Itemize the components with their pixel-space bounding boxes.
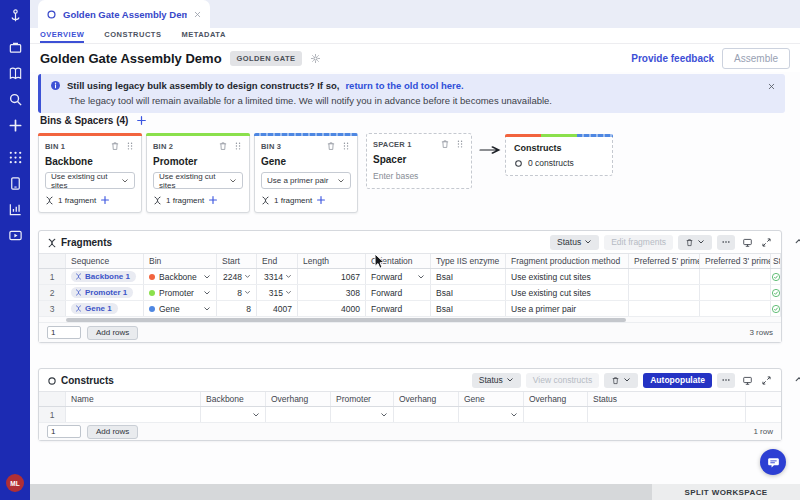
collapse-constructs-icon[interactable] <box>794 374 800 384</box>
preferred-5-primer-cell[interactable] <box>629 301 700 316</box>
column-header[interactable]: Promoter <box>331 392 394 406</box>
tab-golden-gate-assembly[interactable]: Golden Gate Assembly Demo <box>38 0 210 28</box>
overhang-cell[interactable] <box>524 407 588 422</box>
tab-metadata[interactable]: METADATA <box>181 28 225 43</box>
enzyme-cell[interactable]: BsaI <box>431 269 506 284</box>
add-rows-count-input[interactable] <box>47 326 81 339</box>
tutorials-video-icon[interactable] <box>8 228 23 243</box>
add-rows-count-input[interactable] <box>47 425 81 438</box>
more-options-button[interactable] <box>717 373 735 388</box>
column-header[interactable]: Overhang <box>524 392 588 406</box>
trash-icon[interactable] <box>326 141 336 151</box>
end-cell[interactable]: 4007 <box>257 301 298 316</box>
view-constructs-button[interactable]: View constructs <box>526 373 599 388</box>
trash-icon[interactable] <box>218 141 228 151</box>
assemble-button[interactable]: Assemble <box>722 48 790 69</box>
end-cell[interactable]: 315 <box>257 285 298 300</box>
bin-cell[interactable]: Gene <box>144 301 217 316</box>
add-rows-button[interactable]: Add rows <box>87 326 138 340</box>
column-header[interactable]: Overhang <box>266 392 331 406</box>
enzyme-cell[interactable]: BsaI <box>431 301 506 316</box>
orientation-cell[interactable]: Forward <box>366 285 431 300</box>
preferred-5-primer-cell[interactable] <box>629 269 700 284</box>
drag-handle-icon[interactable] <box>341 141 351 151</box>
drag-handle-icon[interactable] <box>233 141 243 151</box>
preferred-3-primer-cell[interactable] <box>700 285 771 300</box>
start-cell[interactable]: 2248 <box>217 269 257 284</box>
column-header[interactable]: Preferred 5' primer <box>629 254 700 268</box>
column-header[interactable]: Type IIS enzyme <box>431 254 506 268</box>
production-method-select[interactable]: Use existing cut sites <box>45 172 135 189</box>
fragment-row[interactable]: 3 Gene 1 Gene 8 4007 4000 Forward BsaI U… <box>39 301 781 317</box>
column-header[interactable]: Status <box>771 254 781 268</box>
insights-chart-icon[interactable] <box>8 202 23 217</box>
overhang-cell[interactable] <box>394 407 459 422</box>
search-icon[interactable] <box>8 92 23 107</box>
autopopulate-button[interactable]: Autopopulate <box>643 373 712 388</box>
preferred-3-primer-cell[interactable] <box>700 269 771 284</box>
column-header[interactable]: Preferred 3' primer <box>700 254 771 268</box>
start-cell[interactable]: 8 <box>217 301 257 316</box>
orientation-cell[interactable]: Forward <box>366 301 431 316</box>
tab-overview[interactable]: OVERVIEW <box>40 28 84 43</box>
promoter-cell[interactable] <box>331 407 394 422</box>
apps-grid-icon[interactable] <box>8 150 23 165</box>
provide-feedback-link[interactable]: Provide feedback <box>631 53 714 64</box>
column-header[interactable]: Gene <box>459 392 524 406</box>
drag-handle-icon[interactable] <box>455 139 465 149</box>
projects-briefcase-icon[interactable] <box>8 40 23 55</box>
delete-rows-button[interactable] <box>604 373 638 388</box>
column-header[interactable]: Start <box>217 254 257 268</box>
scrollbar-thumb[interactable] <box>66 318 626 322</box>
sequence-chip[interactable]: Gene 1 <box>71 303 118 314</box>
bin-cell[interactable]: Backbone <box>144 269 217 284</box>
edit-fragments-button[interactable]: Edit fragments <box>604 235 673 250</box>
column-header[interactable]: Backbone <box>201 392 266 406</box>
open-in-workspace-button[interactable] <box>740 235 754 249</box>
start-cell[interactable]: 8 <box>217 285 257 300</box>
benchling-logo-icon[interactable] <box>8 8 23 23</box>
sequence-chip[interactable]: Promoter 1 <box>71 287 133 298</box>
expand-table-button[interactable] <box>759 373 773 387</box>
add-fragment-icon[interactable] <box>316 195 327 206</box>
production-method-select[interactable]: Use a primer pair <box>261 172 351 189</box>
trash-icon[interactable] <box>440 139 450 149</box>
column-header[interactable]: Sequence <box>66 254 144 268</box>
column-header[interactable]: Fragment production method <box>506 254 629 268</box>
gear-icon[interactable] <box>310 53 321 64</box>
overhang-cell[interactable] <box>266 407 331 422</box>
banner-close-icon[interactable] <box>767 82 776 91</box>
method-cell[interactable]: Use a primer pair <box>506 301 629 316</box>
old-tool-link[interactable]: return to the old tool here. <box>345 80 463 91</box>
add-fragment-icon[interactable] <box>100 195 111 206</box>
column-header[interactable]: Length <box>298 254 366 268</box>
production-method-select[interactable]: Use existing cut sites <box>153 172 243 189</box>
column-header[interactable]: Name <box>66 392 201 406</box>
method-cell[interactable]: Use existing cut sites <box>506 269 629 284</box>
status-filter-button[interactable]: Status <box>550 235 599 250</box>
preferred-3-primer-cell[interactable] <box>700 301 771 316</box>
gene-cell[interactable] <box>459 407 524 422</box>
add-fragment-icon[interactable] <box>208 195 219 206</box>
enter-bases-field[interactable]: Enter bases <box>367 165 471 181</box>
expand-table-button[interactable] <box>759 235 773 249</box>
fragment-row[interactable]: 2 Promoter 1 Promoter 8 315 308 Forward … <box>39 285 781 301</box>
user-avatar[interactable]: ML <box>6 474 24 492</box>
status-filter-button[interactable]: Status <box>472 373 521 388</box>
tab-constructs[interactable]: CONSTRUCTS <box>104 28 161 43</box>
horizontal-scrollbar[interactable] <box>39 317 781 323</box>
drag-handle-icon[interactable] <box>125 141 135 151</box>
open-in-workspace-button[interactable] <box>740 373 754 387</box>
end-cell[interactable]: 3314 <box>257 269 298 284</box>
split-workspace-button[interactable]: SPLIT WORKSPACE <box>652 484 800 500</box>
column-header[interactable]: Bin <box>144 254 217 268</box>
fragment-row[interactable]: 1 Backbone 1 Backbone 2248 3314 1067 For… <box>39 269 781 285</box>
backbone-cell[interactable] <box>201 407 266 422</box>
create-plus-icon[interactable] <box>8 118 23 133</box>
help-chat-button[interactable] <box>760 449 786 475</box>
notebook-book-icon[interactable] <box>8 66 23 81</box>
preferred-5-primer-cell[interactable] <box>629 285 700 300</box>
add-rows-button[interactable]: Add rows <box>87 425 138 439</box>
trash-icon[interactable] <box>110 141 120 151</box>
enzyme-cell[interactable]: BsaI <box>431 285 506 300</box>
